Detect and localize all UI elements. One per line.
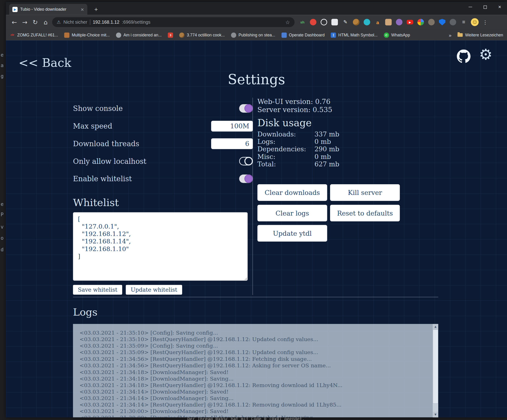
kill-server-button[interactable]: Kill server [330, 184, 400, 201]
close-button[interactable]: ✕ [492, 2, 507, 12]
disk-usage-table: Downloads: 337 mb Logs: 0 mb Dependencie… [257, 131, 339, 168]
max-speed-input[interactable] [211, 121, 253, 131]
puzzle-extension-icon[interactable] [450, 19, 456, 25]
maximize-icon [483, 5, 486, 9]
tab-title: Tubio - Video downloader [20, 7, 78, 12]
minimize-button[interactable] [463, 2, 478, 12]
shopping-extension-icon[interactable] [385, 19, 392, 25]
background-window-letter: e [1, 201, 4, 207]
log-line: <03.03.2021 - 21:34:14> [DownloadManager… [79, 389, 425, 395]
log-line: <03.03.2021 - 21:30:00> [DownloadManager… [79, 415, 425, 417]
disk-value: 0 mb [315, 153, 331, 160]
tab-strip: ▶ Tubio - Video downloader ✕ + ✕ [6, 2, 507, 15]
list-extension-icon[interactable]: ≡ [460, 19, 467, 25]
settings-page: << Back ⚙ Settings Show console Max spee… [6, 40, 507, 417]
window-controls: ✕ [463, 2, 507, 12]
youtube-extension-icon[interactable]: ▶ [407, 20, 413, 25]
reload-button[interactable]: ↻ [30, 17, 40, 28]
whitelist-buttons: Save whitelist Update whitelist [73, 285, 182, 295]
forward-button[interactable]: → [20, 17, 30, 28]
gear-icon[interactable]: ⚙ [479, 47, 492, 62]
notes-extension-icon[interactable] [331, 19, 338, 25]
pen-extension-icon[interactable]: ✎ [342, 19, 349, 25]
disk-value: 337 mb [315, 131, 339, 138]
bookmark-operate-dashboard[interactable]: Operate Dashboard [281, 33, 324, 38]
log-scrollbar[interactable]: ▲ ▼ [433, 324, 438, 417]
back-link[interactable]: << Back [19, 56, 71, 69]
cookie-favicon-icon [179, 33, 184, 38]
logs-heading: Logs [73, 306, 97, 318]
shield-extension-icon[interactable] [439, 19, 445, 25]
not-secure-warning-icon: ⚠ [57, 20, 61, 25]
whitelist-textarea[interactable]: [ "127.0.0.1", "192.168.1.12", "192.168.… [73, 212, 247, 281]
setting-label: Download threads [73, 139, 139, 148]
clear-logs-button[interactable]: Clear logs [257, 205, 327, 221]
google-extension-icon[interactable] [417, 19, 424, 25]
update-ytdl-button[interactable]: Update ytdl [257, 225, 327, 241]
purple-extension-icon[interactable] [396, 19, 402, 25]
tab-favicon-icon: ▶ [12, 7, 17, 12]
ring-extension-icon[interactable] [321, 19, 327, 25]
bookmark-am-i-considered[interactable]: Am i considered an... [116, 33, 162, 38]
whatsapp-favicon-icon: ✆ [384, 33, 389, 38]
sh-extension-icon[interactable]: sh [299, 19, 306, 25]
needle-extension-icon[interactable] [428, 19, 435, 25]
clear-downloads-button[interactable]: Clear downloads [257, 184, 327, 201]
bookmark-publishing-steam[interactable]: Publishing on stea... [231, 33, 275, 38]
amazon-assistant-icon[interactable]: a [374, 19, 381, 25]
new-tab-button[interactable]: + [92, 5, 100, 14]
log-line: <03.03.2021 - 21:34:14> [RestQueryHandle… [79, 402, 425, 408]
download-threads-input[interactable] [211, 138, 253, 149]
bookmark-label: ZOMG ZUFALL! #61... [17, 33, 58, 37]
vertical-divider [253, 98, 253, 295]
maximize-button[interactable] [478, 2, 492, 12]
browser-menu-button[interactable]: ⋮ [481, 18, 489, 26]
adblock-extension-icon[interactable] [310, 19, 316, 25]
bookmark-whatsapp[interactable]: ✆ WhatsApp [384, 33, 410, 38]
cookie-extension-icon[interactable] [353, 19, 359, 25]
reset-to-defaults-button[interactable]: Reset to defaults [330, 205, 400, 221]
show-console-toggle[interactable] [239, 104, 253, 113]
scroll-down-icon[interactable]: ▼ [433, 412, 438, 417]
whitelist-heading: Whitelist [73, 197, 119, 208]
z0r-favicon-icon: z0r [10, 33, 15, 38]
disk-label: Total: [257, 161, 315, 168]
scrollbar-thumb[interactable] [433, 330, 438, 404]
github-icon[interactable] [457, 49, 471, 63]
browser-toolbar: ← → ↻ ⌂ ⚠ Nicht sicher 192.168.1.12 :696… [6, 15, 507, 29]
bookmark-html-math[interactable]: ∑ HTML Math Symbol... [331, 33, 377, 38]
bookmark-star-icon[interactable]: ☆ [285, 19, 290, 25]
disk-label: Logs: [257, 138, 315, 145]
bookmark-zomg[interactable]: z0r ZOMG ZUFALL! #61... [10, 33, 58, 38]
log-line: <03.03.2021 - 21:35:09> [Config]: Saving… [79, 343, 425, 350]
address-bar[interactable]: ⚠ Nicht sicher 192.168.1.12 :6969/settin… [52, 17, 295, 27]
teal-extension-icon[interactable] [364, 19, 370, 25]
update-whitelist-button[interactable]: Update whitelist [126, 285, 182, 295]
bookmark-label: 3.774 octillion cook... [187, 33, 225, 37]
url-host: 192.168.1.12 [93, 20, 119, 25]
bookmark-label: Publishing on stea... [239, 33, 275, 37]
bookmark-multiple-choice[interactable]: Multiple-Choice mit... [64, 33, 110, 38]
enable-whitelist-toggle[interactable] [239, 174, 253, 183]
home-button[interactable]: ⌂ [40, 17, 51, 28]
log-line: <03.03.2021 - 21:34:56> [RestQueryHandle… [79, 362, 425, 369]
profile-avatar[interactable]: ☺ [471, 18, 479, 26]
browser-window: ▶ Tubio - Video downloader ✕ + ✕ ← → ↻ ⌂… [6, 2, 507, 417]
tab-close-icon[interactable]: ✕ [81, 7, 84, 12]
bookmark-icon-only[interactable]: 3 [168, 33, 173, 38]
background-window-letter: P [1, 212, 4, 217]
bookmarks-overflow-button[interactable]: » [449, 32, 451, 38]
other-bookmarks-label: Weitere Lesezeichen [465, 33, 503, 37]
only-localhost-toggle[interactable] [239, 157, 253, 165]
disk-row-logs: Logs: 0 mb [257, 138, 339, 145]
red-three-favicon-icon: 3 [168, 33, 173, 38]
disk-row-misc: Misc: 0 mb [257, 153, 339, 160]
back-button[interactable]: ← [9, 17, 20, 28]
disk-value: 0 mb [315, 138, 331, 145]
other-bookmarks-button[interactable]: Weitere Lesezeichen [458, 33, 503, 37]
browser-tab[interactable]: ▶ Tubio - Video downloader ✕ [9, 4, 87, 15]
save-whitelist-button[interactable]: Save whitelist [73, 285, 122, 295]
math-favicon-icon: ∑ [331, 33, 336, 38]
bookmark-cookie-clicker[interactable]: 3.774 octillion cook... [179, 33, 225, 38]
scroll-up-icon[interactable]: ▲ [433, 324, 438, 330]
